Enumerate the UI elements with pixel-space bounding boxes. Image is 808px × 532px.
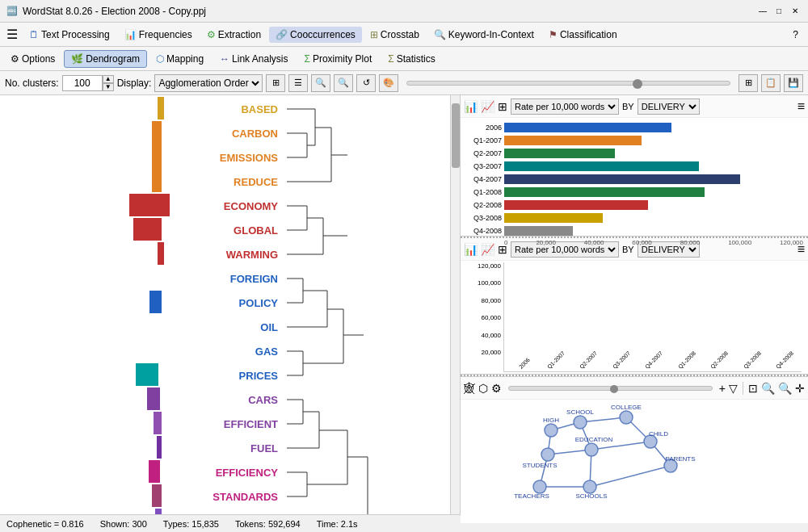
link-icon: ↔ xyxy=(220,53,229,65)
node-college-label: COLLEGE xyxy=(611,404,642,411)
network-icon-1[interactable]: 🕸 xyxy=(464,382,475,395)
vbar-col-q42008: Q4-2008 xyxy=(769,362,798,371)
word-reduce: REDUCE xyxy=(162,170,283,194)
list-view-button[interactable]: ☰ xyxy=(288,74,308,92)
zoom-reset-button[interactable]: ↺ xyxy=(356,74,376,92)
node-teachers[interactable] xyxy=(533,480,546,493)
types-value: Types: 15,835 xyxy=(163,519,219,529)
copy-button[interactable]: 📋 xyxy=(761,74,781,92)
clusters-down[interactable]: ▼ xyxy=(103,83,114,91)
color-bar xyxy=(149,291,162,313)
save-button[interactable]: 💾 xyxy=(784,74,803,92)
hbar-label-q12007: Q1-2007 xyxy=(465,134,504,147)
chart1-metric-select[interactable]: Rate per 10,000 words Count Percentage xyxy=(511,98,619,115)
network-icon-3[interactable]: ⚙ xyxy=(491,382,502,395)
word-standards: STANDARDS xyxy=(162,484,283,509)
app-logo: 🔤 xyxy=(6,6,18,16)
word-economy: ECONOMY xyxy=(162,194,283,218)
vbar-col-q22008: Q2-2008 xyxy=(704,362,733,371)
hbar-chart: 2006 Q1-2007 Q2-2007 Q3-2007 Q4-2007 Q1-… xyxy=(465,121,803,246)
word-efficient: EFFICIENT xyxy=(162,412,283,436)
chart1-by-label: BY xyxy=(622,102,634,111)
color-button[interactable]: 🎨 xyxy=(379,74,398,92)
hbar-label-q42008: Q4-2008 xyxy=(465,224,504,237)
menu-classification[interactable]: ⚑ Classification xyxy=(542,27,624,43)
dendrogram-button[interactable]: 🌿 Dendrogram xyxy=(64,50,147,68)
chart-2-body: 120,000 100,000 80,000 60,000 40,000 20,… xyxy=(461,261,808,374)
sub-toolbar: No. clusters: ▲ ▼ Display: Agglomeration… xyxy=(0,71,808,95)
network-zoomin-icon[interactable]: 🔍 xyxy=(761,382,775,395)
network-icon-2[interactable]: ⬡ xyxy=(478,382,488,395)
frequencies-icon: 📊 xyxy=(124,29,137,40)
menu-text-processing-label: Text Processing xyxy=(41,29,110,40)
clusters-up[interactable]: ▲ xyxy=(103,75,114,83)
display-select[interactable]: Agglomeration Order Alphabetical Frequen… xyxy=(154,74,263,92)
scroll-thumb[interactable] xyxy=(452,103,460,168)
statistics-button[interactable]: Σ Statistics xyxy=(381,50,442,68)
hamburger-menu[interactable]: ☰ xyxy=(3,23,21,45)
zoom-slider-thumb[interactable] xyxy=(633,79,642,89)
hbar-q12007 xyxy=(504,136,642,145)
extraction-icon: ⚙ xyxy=(207,29,216,40)
proximity-plot-button[interactable]: Σ Proximity Plot xyxy=(297,50,379,68)
node-school[interactable] xyxy=(574,416,587,429)
mapping-button[interactable]: ⬡ Mapping xyxy=(149,50,211,68)
yaxis-80k: 80,000 xyxy=(467,297,501,304)
vbar-xlabel-q12007: Q1-2007 xyxy=(546,350,566,370)
main-content: BASED CARBON EMISSIONS REDUCE ECONOMY GL… xyxy=(0,95,808,514)
chart1-menu-icon[interactable]: ≡ xyxy=(797,99,805,114)
menu-cooccurrences-label: Cooccurrences xyxy=(290,29,356,40)
node-college[interactable] xyxy=(620,411,633,424)
statistics-label: Statistics xyxy=(397,53,436,65)
network-filter-icon[interactable]: ▽ xyxy=(729,382,738,395)
options-button[interactable]: ⚙ Options xyxy=(3,50,62,68)
edge-7-8 xyxy=(590,466,671,487)
zoom-in-button[interactable]: 🔍 xyxy=(311,74,330,92)
chart1-bar-icon[interactable]: 📊 xyxy=(464,100,478,113)
menu-extraction[interactable]: ⚙ Extraction xyxy=(200,27,267,43)
network-zoomout-icon[interactable]: 🔍 xyxy=(778,382,792,395)
menu-cooccurrences[interactable]: 🔗 Cooccurrences xyxy=(269,27,362,43)
restore-button[interactable]: □ xyxy=(772,5,785,18)
network-slider[interactable] xyxy=(508,386,713,391)
network-select-icon[interactable]: ⊡ xyxy=(748,382,758,395)
menu-kwic[interactable]: 🔍 Keyword-In-Context xyxy=(427,27,541,43)
menu-frequencies[interactable]: 📊 Frequencies xyxy=(118,27,199,43)
zoom-out-button[interactable]: 🔍 xyxy=(334,74,353,92)
export-button[interactable]: ⊞ xyxy=(739,74,758,92)
hbar-row-7 xyxy=(504,212,803,224)
node-schools[interactable] xyxy=(583,480,596,493)
hbar-row-2 xyxy=(504,147,803,160)
color-bar xyxy=(155,509,162,514)
hbar-xaxis: 0 20,000 40,000 60,000 80,000 100,000 12… xyxy=(504,239,803,246)
node-students[interactable] xyxy=(541,448,554,461)
close-button[interactable]: ✕ xyxy=(789,5,802,18)
menu-help[interactable]: ? xyxy=(786,27,805,43)
chart1-line-icon[interactable]: 📈 xyxy=(481,100,494,113)
hbar-label-q12008: Q1-2008 xyxy=(465,186,504,199)
clusters-input[interactable] xyxy=(62,75,103,91)
proximity-icon: Σ xyxy=(304,53,309,65)
title-bar: 🔤 WordStat 8.0.26 - Election 2008 - Copy… xyxy=(0,0,808,23)
proximity-label: Proximity Plot xyxy=(313,53,372,65)
word-efficiency: EFFICIENCY xyxy=(162,460,283,484)
color-bar xyxy=(149,460,160,483)
link-analysis-button[interactable]: ↔ Link Analysis xyxy=(213,50,295,68)
dendrogram-icon: 🌿 xyxy=(71,53,83,65)
vbar-xlabel-q32007: Q3-2007 xyxy=(612,350,631,370)
scroll-bar xyxy=(450,95,460,514)
vbar-col-q32007: Q3-2007 xyxy=(605,362,634,371)
menu-crosstab[interactable]: ⊞ Crosstab xyxy=(364,27,426,43)
chart1-table-icon[interactable]: ⊞ xyxy=(498,100,507,113)
node-high[interactable] xyxy=(545,424,558,437)
network-slider-thumb[interactable] xyxy=(610,385,618,393)
chart1-by-select[interactable]: DELIVERY DATE SPEAKER xyxy=(638,98,700,115)
word-emissions: EMISSIONS xyxy=(162,145,283,170)
network-fit-icon[interactable]: ✛ xyxy=(795,382,805,395)
minimize-button[interactable]: — xyxy=(756,5,769,18)
grid-view-button[interactable]: ⊞ xyxy=(266,74,285,92)
node-education[interactable] xyxy=(585,443,598,456)
menu-text-processing[interactable]: 🗒 Text Processing xyxy=(23,27,116,43)
xaxis-80k: 80,000 xyxy=(680,239,700,246)
network-add-icon[interactable]: + xyxy=(719,382,726,395)
